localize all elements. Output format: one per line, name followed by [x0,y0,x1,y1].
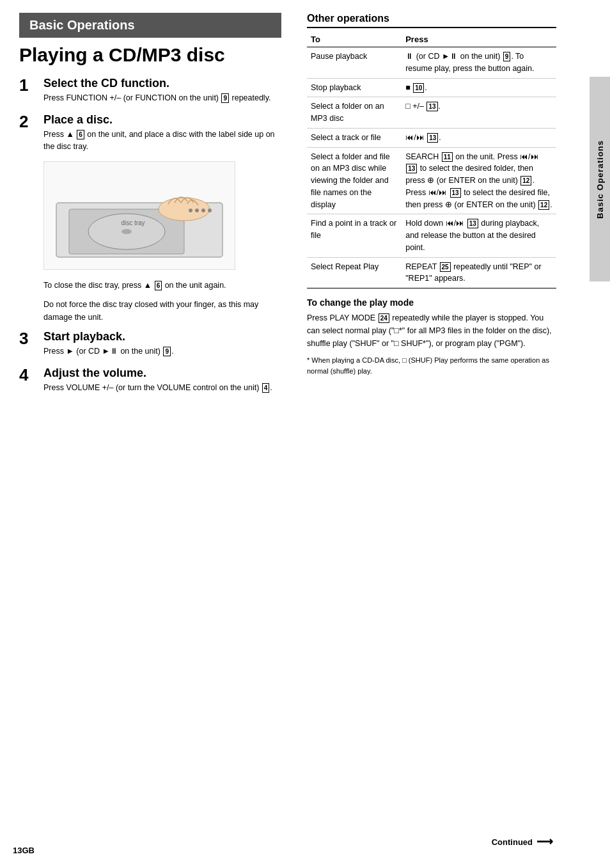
footnote: * When playing a CD-DA disc, □ (SHUF) Pl… [307,355,556,376]
svg-point-7 [201,209,205,212]
table-cell-press: SEARCH 11 on the unit. Press ⏮/⏭ 13 to s… [402,147,556,214]
svg-point-6 [195,209,199,212]
step-2: 2 Place a disc. Press ▲ 6 on the unit, a… [19,113,281,153]
side-tab: Basic Operations [590,77,610,281]
table-cell-to: Stop playback [307,78,402,97]
step-1-content: Select the CD function. Press FUNCTION +… [43,77,281,104]
step-4-number: 4 [19,367,40,383]
table-cell-to: Select Repeat Play [307,257,402,288]
main-title: Playing a CD/MP3 disc [19,44,281,65]
operations-table: To Press Pause playback ⏸ (or CD ►⏸ on t… [307,32,556,288]
table-row: Select a folder on an MP3 disc □ +/– 13. [307,97,556,129]
basic-ops-banner: Basic Operations [19,13,281,38]
step-2-title: Place a disc. [43,113,281,127]
continued-footer: Continued ⟶ [492,835,553,849]
table-row: Stop playback ■ 10. [307,78,556,97]
step-4-title: Adjust the volume. [43,367,281,380]
page-container: Basic Operations Playing a CD/MP3 disc 1… [0,0,610,868]
ref-25: 25 [440,262,451,272]
step-2-number: 2 [19,113,40,130]
step-4-content: Adjust the volume. Press VOLUME +/– (or … [43,367,281,394]
ref-6b: 6 [155,281,162,290]
note-1: To close the disc tray, press ▲ 6 on the… [43,279,281,292]
step-2-content: Place a disc. Press ▲ 6 on the unit, and… [43,113,281,153]
step-4: 4 Adjust the volume. Press VOLUME +/– (o… [19,367,281,394]
ref-6a: 6 [77,130,84,139]
continued-arrow: ⟶ [536,835,553,849]
ref-4: 4 [262,383,270,393]
ref-9: 9 [221,93,229,103]
step-1-desc: Press FUNCTION +/– (or FUNCTION on the u… [43,92,281,104]
step-3-content: Start playback. Press ► (or CD ►⏸ on the… [43,330,281,358]
table-cell-to: Find a point in a track or file [307,214,402,257]
table-cell-press: ⏮/⏭ 13. [402,128,556,147]
table-row: Select Repeat Play REPEAT 25 repeatedly … [307,257,556,288]
table-cell-press: ⏸ (or CD ►⏸ on the unit) 9. To resume pl… [402,47,556,79]
page-number: 13GB [13,846,35,855]
disc-svg: disc tray [50,164,229,267]
table-header-to: To [307,32,402,47]
table-cell-press: Hold down ⏮/⏭ 13 during playback, and re… [402,214,556,257]
table-row: Pause playback ⏸ (or CD ►⏸ on the unit) … [307,47,556,79]
ref-12b: 12 [538,200,549,210]
ref-9b: 9 [163,347,171,356]
step-1-number: 1 [19,77,40,93]
step-1-title: Select the CD function. [43,77,281,90]
table-cell-to: Select a folder and file on an MP3 disc … [307,147,402,214]
ref-13b: 13 [427,133,438,143]
table-cell-to: Select a track or file [307,128,402,147]
play-mode-title: To change the play mode [307,297,556,308]
ref-13a: 13 [426,102,437,111]
table-row: Select a track or file ⏮/⏭ 13. [307,128,556,147]
table-row: Select a folder and file on an MP3 disc … [307,147,556,214]
other-ops-title: Other operations [307,13,556,28]
step-2-desc: Press ▲ 6 on the unit, and place a disc … [43,129,281,153]
left-column: Basic Operations Playing a CD/MP3 disc 1… [0,0,294,868]
ref-10: 10 [413,83,424,93]
ref-13e: 13 [467,219,478,228]
table-cell-press: REPEAT 25 repeatedly until "REP" or "REP… [402,257,556,288]
disc-image: disc tray [43,161,235,270]
table-row: Find a point in a track or file Hold dow… [307,214,556,257]
ref-11: 11 [442,152,453,162]
ref-9c: 9 [503,52,511,61]
step-3: 3 Start playback. Press ► (or CD ►⏸ on t… [19,330,281,358]
play-mode-text: Press PLAY MODE 24 repeatedly while the … [307,312,556,350]
svg-point-8 [208,209,212,212]
right-column: Other operations To Press Pause playback… [294,0,588,868]
step-1: 1 Select the CD function. Press FUNCTION… [19,77,281,104]
step-3-title: Start playback. [43,330,281,343]
ref-12a: 12 [520,176,531,185]
step-4-desc: Press VOLUME +/– (or turn the VOLUME con… [43,382,281,394]
step-3-desc: Press ► (or CD ►⏸ on the unit) 9. [43,345,281,358]
table-cell-to: Pause playback [307,47,402,79]
note-2: Do not force the disc tray closed with y… [43,298,281,324]
ref-24: 24 [379,313,389,323]
table-header-press: Press [402,32,556,47]
ref-13c: 13 [406,164,417,173]
table-cell-press: □ +/– 13. [402,97,556,129]
table-cell-to: Select a folder on an MP3 disc [307,97,402,129]
side-tab-label: Basic Operations [595,140,605,219]
svg-point-3 [121,229,132,234]
continued-label: Continued [492,837,533,847]
ref-13d: 13 [450,188,461,198]
step-3-number: 3 [19,330,40,347]
table-cell-press: ■ 10. [402,78,556,97]
svg-point-5 [189,209,192,212]
svg-text:disc tray: disc tray [121,219,145,226]
basic-ops-label: Basic Operations [29,18,135,32]
